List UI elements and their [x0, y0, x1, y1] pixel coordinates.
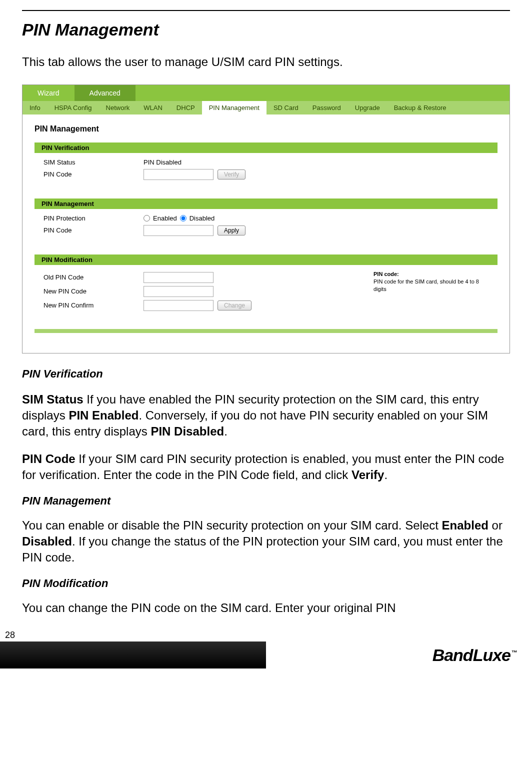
- radio-enabled-label: Enabled: [153, 214, 177, 222]
- panel-footer-bar: [34, 329, 498, 333]
- footer-bar: BandLuxe™: [0, 642, 532, 668]
- tab-wizard[interactable]: Wizard: [22, 85, 74, 101]
- new-pin-input[interactable]: [144, 286, 214, 297]
- subtab-sd-card[interactable]: SD Card: [266, 101, 306, 114]
- text-pin-code-1: If your SIM card PIN security protection…: [22, 452, 504, 482]
- subtab-password[interactable]: Password: [306, 101, 348, 114]
- page-title: PIN Management: [22, 20, 510, 40]
- pin-hint: PIN code: PIN code for the SIM card, sho…: [374, 270, 488, 294]
- subtab-network[interactable]: Network: [99, 101, 137, 114]
- para-sim-status: SIM Status If you have enabled the PIN s…: [22, 392, 510, 440]
- bold-pin-code: PIN Code: [22, 452, 76, 466]
- subtab-wlan[interactable]: WLAN: [136, 101, 170, 114]
- page-number: 28: [0, 627, 532, 640]
- footer-logo-area: BandLuxe™: [266, 642, 532, 668]
- bold-verify: Verify: [352, 468, 384, 482]
- text-pin-code-2: .: [384, 468, 388, 482]
- subtab-upgrade[interactable]: Upgrade: [348, 101, 387, 114]
- bold-pin-enabled: PIN Enabled: [68, 408, 138, 422]
- subtab-info[interactable]: Info: [22, 101, 48, 114]
- tab-advanced[interactable]: Advanced: [74, 85, 136, 101]
- panel-title: PIN Management: [34, 124, 498, 134]
- bold-pin-disabled: PIN Disabled: [150, 424, 224, 438]
- subtab-dhcp[interactable]: DHCP: [170, 101, 202, 114]
- radio-disabled[interactable]: [180, 215, 186, 222]
- brand-logo: BandLuxe™: [432, 646, 517, 665]
- change-button[interactable]: Change: [218, 300, 252, 310]
- bold-sim-status: SIM Status: [22, 392, 84, 406]
- text-management-1: You can enable or disable the PIN securi…: [22, 518, 442, 532]
- section-header-modification: PIN Modification: [34, 254, 498, 265]
- pin-hint-title: PIN code:: [374, 270, 488, 278]
- text-sim-status-3: .: [224, 424, 228, 438]
- value-sim-status: PIN Disabled: [144, 158, 182, 166]
- primary-tabs: Wizard Advanced: [22, 85, 510, 101]
- bold-disabled: Disabled: [22, 534, 72, 548]
- subtab-pin-management[interactable]: PIN Management: [202, 101, 266, 114]
- pin-code-verify-input[interactable]: [144, 169, 214, 180]
- radio-disabled-label: Disabled: [190, 214, 215, 222]
- brand-logo-text: BandLuxe: [432, 646, 510, 664]
- text-management-2: or: [488, 518, 502, 532]
- para-management: You can enable or disable the PIN securi…: [22, 518, 510, 566]
- pin-hint-text: PIN code for the SIM card, should be 4 t…: [374, 278, 488, 294]
- embedded-screenshot: Wizard Advanced Info HSPA Config Network…: [22, 84, 510, 354]
- trademark-symbol: ™: [512, 649, 517, 656]
- heading-pin-management-doc: PIN Management: [22, 494, 510, 508]
- footer-dark-strip: [0, 642, 266, 668]
- label-new-pin: New PIN Code: [44, 288, 144, 295]
- old-pin-input[interactable]: [144, 272, 214, 283]
- text-management-3: . If you change the status of the PIN pr…: [22, 534, 503, 564]
- section-header-management: PIN Management: [34, 198, 498, 209]
- pin-code-manage-input[interactable]: [144, 225, 214, 236]
- horizontal-rule: [22, 10, 510, 11]
- verify-button[interactable]: Verify: [218, 170, 246, 180]
- label-old-pin: Old PIN Code: [44, 274, 144, 281]
- bold-enabled: Enabled: [442, 518, 488, 532]
- intro-paragraph: This tab allows the user to manage U/SIM…: [22, 54, 510, 70]
- secondary-tabs: Info HSPA Config Network WLAN DHCP PIN M…: [22, 101, 510, 114]
- section-header-verification: PIN Verification: [34, 142, 498, 153]
- label-pin-protection: PIN Protection: [44, 214, 144, 222]
- para-pin-code: PIN Code If your SIM card PIN security p…: [22, 451, 510, 484]
- subtab-hspa-config[interactable]: HSPA Config: [48, 101, 99, 114]
- settings-panel: PIN Management PIN Verification SIM Stat…: [22, 114, 510, 353]
- radio-enabled[interactable]: [144, 215, 150, 222]
- heading-pin-modification-doc: PIN Modification: [22, 577, 510, 590]
- apply-button[interactable]: Apply: [218, 226, 246, 236]
- subtab-backup-restore[interactable]: Backup & Restore: [387, 101, 454, 114]
- label-confirm-pin: New PIN Confirm: [44, 302, 144, 309]
- label-pin-code-manage: PIN Code: [44, 226, 144, 234]
- confirm-pin-input[interactable]: [144, 300, 214, 311]
- label-sim-status: SIM Status: [44, 158, 144, 166]
- heading-pin-verification: PIN Verification: [22, 368, 510, 380]
- para-modification: You can change the PIN code on the SIM c…: [22, 600, 510, 616]
- label-pin-code-verify: PIN Code: [44, 170, 144, 178]
